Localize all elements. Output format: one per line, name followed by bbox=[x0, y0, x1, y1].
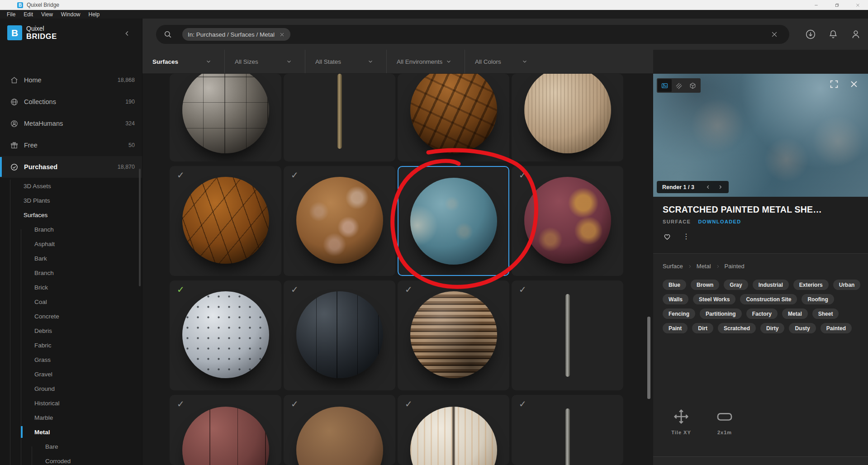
asset-tile-white-rust[interactable]: ✓ bbox=[398, 395, 509, 465]
asset-tile-corrugated-rust[interactable]: ✓ bbox=[398, 280, 509, 390]
tree-item-gravel[interactable]: Gravel bbox=[0, 367, 142, 381]
grid-scrollbar[interactable] bbox=[647, 317, 650, 399]
maximize-button[interactable] bbox=[826, 0, 847, 10]
tag-dirty[interactable]: Dirty bbox=[760, 323, 784, 333]
tag-painted[interactable]: Painted bbox=[821, 323, 852, 333]
sidebar-collapse-button[interactable] bbox=[123, 29, 132, 38]
asset-tile-painted-blue[interactable]: ✓ bbox=[398, 166, 509, 276]
tree-item-3d-assets[interactable]: 3D Assets bbox=[0, 179, 142, 193]
panel-close-button[interactable] bbox=[849, 79, 860, 90]
tree-item-surfaces[interactable]: Surfaces bbox=[0, 208, 142, 222]
tree-item-ground[interactable]: Ground bbox=[0, 381, 142, 396]
tree-item-bark[interactable]: Bark bbox=[0, 251, 142, 266]
tree-item-historical[interactable]: Historical bbox=[0, 396, 142, 410]
sidebar-item-purchased[interactable]: Purchased18,870 bbox=[0, 156, 142, 178]
tag-industrial[interactable]: Industrial bbox=[753, 280, 789, 290]
breadcrumb-item[interactable]: Surface bbox=[663, 263, 683, 270]
tree-item-concrete[interactable]: Concrete bbox=[0, 309, 142, 323]
menu-help[interactable]: Help bbox=[85, 11, 104, 18]
tag-roofing[interactable]: Roofing bbox=[802, 294, 834, 304]
tag-dirt[interactable]: Dirt bbox=[692, 323, 713, 333]
chip-remove-icon[interactable] bbox=[279, 32, 285, 38]
sidebar-scrollbar[interactable] bbox=[139, 169, 141, 286]
asset-tile-rust-patched[interactable]: ✓ bbox=[284, 166, 395, 276]
tag-dusty[interactable]: Dusty bbox=[789, 323, 816, 333]
sidebar-item-metahumans[interactable]: MetaHumans324 bbox=[0, 113, 142, 134]
close-button[interactable] bbox=[847, 0, 868, 10]
notifications-icon[interactable] bbox=[827, 28, 839, 40]
asset-tile-brown-matte[interactable]: ✓ bbox=[284, 395, 395, 465]
tree-item-label: Metal bbox=[34, 429, 50, 436]
tag-fencing[interactable]: Fencing bbox=[663, 308, 695, 319]
tree-item-asphalt[interactable]: Asphalt bbox=[0, 237, 142, 251]
asset-tile-maroon-seamed[interactable]: ✓ bbox=[170, 395, 281, 465]
fullscreen-button[interactable] bbox=[829, 79, 840, 90]
account-icon[interactable] bbox=[850, 28, 862, 40]
tree-item-debris[interactable]: Debris bbox=[0, 323, 142, 338]
filter-all-environments[interactable]: All Environments bbox=[387, 50, 465, 73]
tree-item-corroded[interactable]: Corroded bbox=[0, 454, 142, 465]
breadcrumb-item[interactable]: Painted bbox=[725, 263, 745, 270]
minimize-button[interactable] bbox=[806, 0, 826, 10]
sidebar-item-home[interactable]: Home18,868 bbox=[0, 69, 142, 91]
sidebar-item-collections[interactable]: Collections190 bbox=[0, 91, 142, 113]
preview-mode-image-button[interactable] bbox=[658, 79, 672, 92]
tag-exteriors[interactable]: Exteriors bbox=[793, 280, 829, 290]
tag-paint[interactable]: Paint bbox=[663, 323, 688, 333]
asset-tile-perforated-silver[interactable]: ✓ bbox=[170, 280, 281, 390]
preview-mode-3d-button[interactable] bbox=[686, 79, 700, 92]
tag-gray[interactable]: Gray bbox=[724, 280, 748, 290]
tag-sheet[interactable]: Sheet bbox=[812, 308, 839, 319]
tag-construction-site[interactable]: Construction Site bbox=[740, 294, 797, 304]
asset-tile-wood-tan[interactable] bbox=[512, 74, 623, 161]
tree-item-branch[interactable]: Branch bbox=[0, 266, 142, 280]
tree-item-metal[interactable]: Metal bbox=[0, 425, 142, 439]
downloads-icon[interactable] bbox=[805, 28, 816, 40]
asset-tile-rod-tan[interactable] bbox=[284, 74, 395, 161]
tag-partitioning[interactable]: Partitioning bbox=[700, 308, 742, 319]
asset-tile-rust-faceted[interactable]: ✓ bbox=[170, 166, 281, 276]
menu-file[interactable]: File bbox=[3, 11, 19, 18]
tree-item-marble[interactable]: Marble bbox=[0, 410, 142, 425]
tag-walls[interactable]: Walls bbox=[663, 294, 688, 304]
asset-tile-rod-steel[interactable]: ✓ bbox=[512, 280, 623, 390]
preview-mode-maps-button[interactable] bbox=[672, 79, 686, 92]
favorite-icon[interactable] bbox=[663, 232, 672, 241]
render-next-icon[interactable] bbox=[717, 184, 723, 190]
asset-tile-maroon-rust[interactable]: ✓ bbox=[512, 166, 623, 276]
tree-item-branch[interactable]: Branch bbox=[0, 222, 142, 237]
more-options-icon[interactable]: ⋮ bbox=[683, 233, 690, 240]
tree-item-brick[interactable]: Brick bbox=[0, 280, 142, 294]
menu-window[interactable]: Window bbox=[57, 11, 85, 18]
search-filter-chip[interactable]: In: Purchased / Surfaces / Metal bbox=[182, 28, 290, 41]
filter-all-states[interactable]: All States bbox=[305, 50, 387, 73]
asset-tile-steel-panels[interactable] bbox=[170, 74, 281, 161]
menu-edit[interactable]: Edit bbox=[19, 11, 37, 18]
tag-factory[interactable]: Factory bbox=[746, 308, 778, 319]
filter-all-colors[interactable]: All Colors bbox=[465, 50, 541, 73]
asset-tile-rod-steel[interactable]: ✓ bbox=[512, 395, 623, 465]
filter-surfaces[interactable]: Surfaces bbox=[142, 50, 225, 73]
grid-row: ✓✓✓✓ bbox=[170, 395, 623, 465]
menu-view[interactable]: View bbox=[37, 11, 57, 18]
breadcrumb-item[interactable]: Metal bbox=[697, 263, 711, 270]
tree-item-grass[interactable]: Grass bbox=[0, 352, 142, 367]
tag-urban[interactable]: Urban bbox=[833, 280, 861, 290]
tree-item-bare[interactable]: Bare bbox=[0, 439, 142, 454]
tree-item-3d-plants[interactable]: 3D Plants bbox=[0, 193, 142, 208]
tag-scratched[interactable]: Scratched bbox=[718, 323, 756, 333]
tag-blue[interactable]: Blue bbox=[663, 280, 686, 290]
search-clear-icon[interactable] bbox=[770, 30, 778, 38]
asset-tile-navy-smooth[interactable]: ✓ bbox=[284, 280, 395, 390]
search-bar[interactable]: In: Purchased / Surfaces / Metal bbox=[156, 25, 789, 44]
asset-tile-bark-rust[interactable] bbox=[398, 74, 509, 161]
tree-item-coal[interactable]: Coal bbox=[0, 294, 142, 309]
tag-metal[interactable]: Metal bbox=[782, 308, 808, 319]
tag-brown[interactable]: Brown bbox=[691, 280, 719, 290]
asset-preview-image[interactable]: Render 1 / 3 bbox=[653, 74, 868, 197]
tree-item-fabric[interactable]: Fabric bbox=[0, 338, 142, 352]
sidebar-item-free[interactable]: Free50 bbox=[0, 134, 142, 156]
tag-steel-works[interactable]: Steel Works bbox=[693, 294, 735, 304]
render-prev-icon[interactable] bbox=[705, 184, 711, 190]
filter-all-sizes[interactable]: All Sizes bbox=[225, 50, 305, 73]
